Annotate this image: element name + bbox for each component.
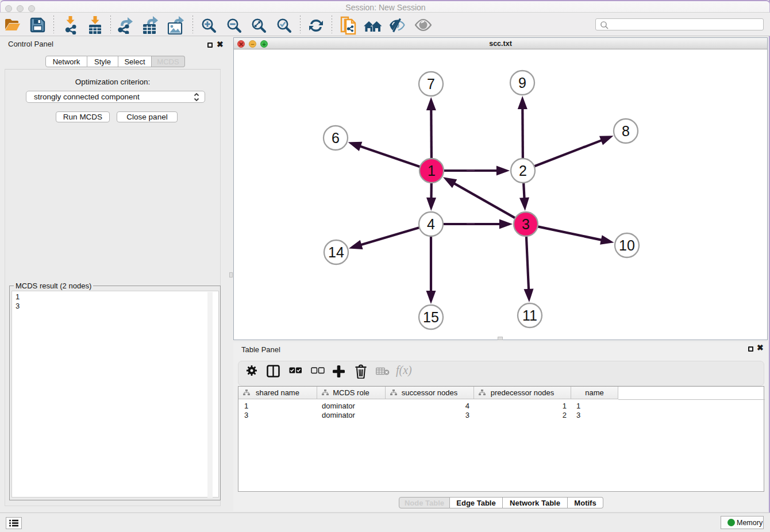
svg-text:14: 14 bbox=[328, 244, 344, 260]
svg-text:10: 10 bbox=[619, 237, 635, 253]
svg-text:7: 7 bbox=[427, 76, 435, 92]
svg-text:3: 3 bbox=[522, 216, 530, 232]
svg-text:1: 1 bbox=[428, 163, 436, 179]
svg-text:2: 2 bbox=[519, 163, 527, 179]
svg-text:9: 9 bbox=[518, 75, 526, 91]
svg-text:8: 8 bbox=[622, 123, 630, 139]
svg-text:6: 6 bbox=[332, 130, 340, 146]
svg-text:4: 4 bbox=[427, 216, 435, 232]
svg-text:15: 15 bbox=[423, 309, 439, 325]
svg-text:11: 11 bbox=[522, 307, 537, 323]
